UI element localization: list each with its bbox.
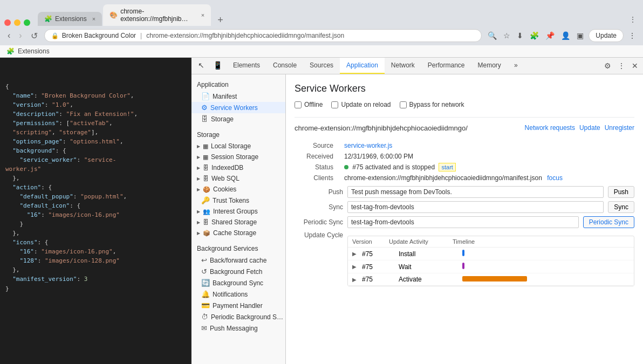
update-row-1: ▶ #75 Wait xyxy=(348,260,634,273)
sync-icon: 🔄 xyxy=(201,279,210,287)
sidebar-item-service-workers[interactable]: ⚙ Service Workers xyxy=(191,102,285,113)
tab-elements[interactable]: Elements xyxy=(227,58,266,74)
update-on-reload-checkbox[interactable] xyxy=(331,101,338,108)
session-storage-label: Session Storage xyxy=(211,153,258,161)
tab-extensions[interactable]: 🧩 Extensions × xyxy=(38,12,102,26)
update-on-reload-option[interactable]: Update on reload xyxy=(331,101,391,108)
back-button[interactable]: ‹ xyxy=(5,30,12,42)
periodic-sync-input[interactable] xyxy=(347,216,579,228)
sidebar-indexeddb[interactable]: ▶ 🗄 IndexedDB xyxy=(191,162,285,173)
tab-console[interactable]: Console xyxy=(266,58,303,74)
devtools-body: Application 📄 Manifest ⚙ Service Workers… xyxy=(191,74,643,364)
address-bar[interactable]: 🔒 Broken Background Color | chrome-exten… xyxy=(44,29,482,42)
start-link[interactable]: start xyxy=(439,163,455,171)
status-value: #75 activated and is stopped start xyxy=(344,163,634,171)
chrome-menu-button[interactable]: ⋮ xyxy=(627,30,638,42)
expand-icon-1[interactable]: ▶ xyxy=(352,264,357,270)
expand-icon-0[interactable]: ▶ xyxy=(352,251,357,257)
sw-instance-url: chrome-extension://mgfbhjnibhjdehcphioca… xyxy=(295,124,468,132)
focus-link[interactable]: focus xyxy=(547,174,563,182)
sidebar-cookies[interactable]: ▶ 🍪 Cookies xyxy=(191,184,285,195)
extensions-bar: 🧩 Extensions xyxy=(0,45,643,58)
push-input[interactable] xyxy=(347,186,604,198)
bypass-for-network-checkbox[interactable] xyxy=(400,101,407,108)
sidebar-background-sync[interactable]: 🔄 Background Sync xyxy=(191,277,285,289)
devtools-more-icon[interactable]: ⋮ xyxy=(615,59,628,73)
sql-icon: 🗄 xyxy=(203,175,209,182)
push-button[interactable]: Push xyxy=(608,186,634,198)
triangle-icon-cookies: ▶ xyxy=(197,187,200,192)
update-button[interactable]: Update xyxy=(589,29,624,42)
tab-more-devtools[interactable]: » xyxy=(508,58,524,74)
bookmark-button[interactable]: ☆ xyxy=(502,30,512,42)
tab-extensions-close[interactable]: × xyxy=(92,16,95,22)
new-tab-button[interactable]: + xyxy=(214,15,227,26)
bypass-for-network-option[interactable]: Bypass for network xyxy=(400,101,464,108)
tab-sources[interactable]: Sources xyxy=(303,58,340,74)
pin-icon[interactable]: 📌 xyxy=(544,30,556,42)
periodic-sync-button[interactable]: Periodic Sync xyxy=(583,216,634,228)
forward-button[interactable]: › xyxy=(17,30,24,42)
storage-icon: 🗄 xyxy=(201,115,208,123)
payment-handler-label: Payment Handler xyxy=(213,302,263,310)
expand-icon-2[interactable]: ▶ xyxy=(352,277,357,283)
tab-devtools-close[interactable]: × xyxy=(201,12,204,18)
cookie-icon: 🍪 xyxy=(203,186,210,193)
tab-more-button[interactable]: ⋮ xyxy=(627,13,639,26)
window-icon[interactable]: ▣ xyxy=(575,30,585,42)
sidebar-push-messaging[interactable]: ✉ Push Messaging xyxy=(191,322,285,334)
tab-network[interactable]: Network xyxy=(385,58,421,74)
sidebar-payment-handler[interactable]: 💳 Payment Handler xyxy=(191,300,285,311)
activity-2: Activate xyxy=(399,276,458,283)
sidebar-session-storage[interactable]: ▶ ▦ Session Storage xyxy=(191,152,285,162)
search-button[interactable]: 🔍 xyxy=(486,30,498,42)
sw-options: Offline Update on reload Bypass for netw… xyxy=(295,101,634,108)
offline-checkbox[interactable] xyxy=(295,101,302,108)
sidebar-interest-groups[interactable]: ▶ 👥 Interest Groups xyxy=(191,206,285,217)
sidebar-item-manifest[interactable]: 📄 Manifest xyxy=(191,91,285,102)
address-separator: | xyxy=(140,32,142,39)
tab-cursor[interactable]: ↖ xyxy=(194,58,209,74)
refresh-button[interactable]: ↺ xyxy=(29,30,40,42)
tab-memory[interactable]: Memory xyxy=(471,58,508,74)
notifications-label: Notifications xyxy=(213,291,248,298)
sidebar-item-storage[interactable]: 🗄 Storage xyxy=(191,113,285,125)
tab-devtools[interactable]: 🎨 chrome-extension://mgfbhjnib… × xyxy=(103,4,211,26)
network-requests-link[interactable]: Network requests xyxy=(525,124,575,132)
tab-device[interactable]: 📱 xyxy=(209,58,227,74)
update-row-2: ▶ #75 Activate xyxy=(348,273,634,286)
close-window-btn[interactable] xyxy=(4,19,11,26)
save-button[interactable]: ⬇ xyxy=(515,30,525,42)
maximize-window-btn[interactable] xyxy=(24,19,30,26)
sidebar-shared-storage[interactable]: ▶ 🗄 Shared Storage xyxy=(191,217,285,228)
sidebar-trust-tokens[interactable]: 🔑 Trust Tokens xyxy=(191,195,285,206)
address-site-name: Broken Background Color xyxy=(62,32,136,39)
sidebar-periodic-background[interactable]: ⏱ Periodic Background S… xyxy=(191,311,285,322)
sync-input[interactable] xyxy=(347,201,604,213)
sidebar-local-storage[interactable]: ▶ ▦ Local Storage xyxy=(191,141,285,152)
sidebar-background-fetch[interactable]: ↺ Background Fetch xyxy=(191,266,285,277)
triangle-icon-interest: ▶ xyxy=(197,209,200,214)
update-link[interactable]: Update xyxy=(579,124,600,132)
devtools-close-icon[interactable]: ✕ xyxy=(629,59,641,73)
person-icon[interactable]: 👤 xyxy=(559,30,572,42)
received-value: 12/31/1969, 6:00:00 PM xyxy=(344,153,634,160)
devtools-icons: ⚙ ⋮ ✕ xyxy=(601,59,641,73)
tab-application[interactable]: Application xyxy=(340,58,385,74)
devtools-settings-icon[interactable]: ⚙ xyxy=(601,59,614,73)
triangle-icon-local: ▶ xyxy=(197,144,200,149)
sidebar-cache-storage[interactable]: ▶ 📦 Cache Storage xyxy=(191,228,285,238)
manifest-icon: 📄 xyxy=(201,92,210,100)
tab-performance[interactable]: Performance xyxy=(421,58,471,74)
sidebar-notifications[interactable]: 🔔 Notifications xyxy=(191,289,285,300)
unregister-link[interactable]: Unregister xyxy=(605,124,634,132)
sidebar-web-sql[interactable]: ▶ 🗄 Web SQL xyxy=(191,173,285,184)
puzzle-icon[interactable]: 🧩 xyxy=(528,30,541,42)
trust-icon: 🔑 xyxy=(201,196,210,204)
minimize-window-btn[interactable] xyxy=(14,19,20,26)
sidebar: Application 📄 Manifest ⚙ Service Workers… xyxy=(191,74,286,364)
source-file-link[interactable]: service-worker.js xyxy=(344,142,392,149)
offline-option[interactable]: Offline xyxy=(295,101,323,108)
sidebar-back-forward-cache[interactable]: ↩ Back/forward cache xyxy=(191,255,285,266)
sync-button[interactable]: Sync xyxy=(608,201,634,213)
